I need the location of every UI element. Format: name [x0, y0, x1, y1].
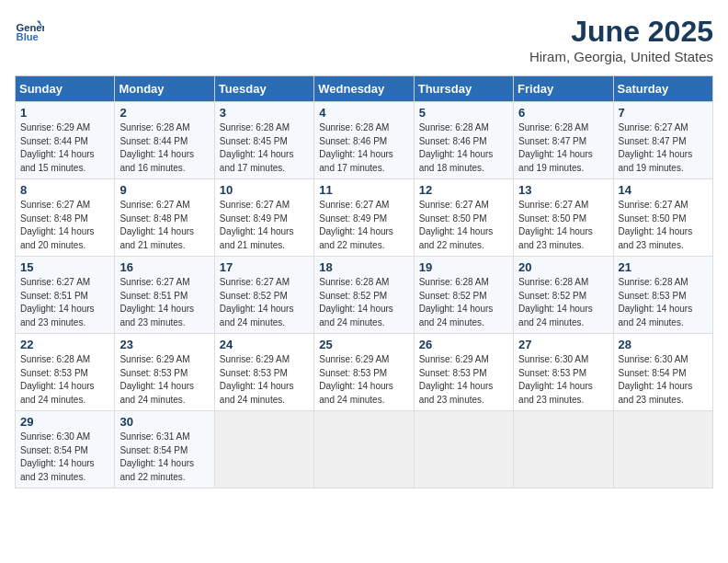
calendar-week-row: 8Sunrise: 6:27 AMSunset: 8:48 PMDaylight… — [16, 179, 713, 257]
day-number: 12 — [419, 183, 508, 197]
day-info: Sunrise: 6:27 AMSunset: 8:49 PMDaylight:… — [319, 200, 393, 250]
day-number: 25 — [319, 338, 408, 351]
day-info: Sunrise: 6:31 AMSunset: 8:54 PMDaylight:… — [119, 431, 194, 482]
calendar-cell: 2Sunrise: 6:28 AMSunset: 8:44 PMDaylight… — [115, 102, 214, 179]
calendar-cell: 17Sunrise: 6:27 AMSunset: 8:52 PMDayligh… — [214, 257, 313, 334]
calendar-cell — [414, 411, 513, 488]
calendar-cell: 19Sunrise: 6:28 AMSunset: 8:52 PMDayligh… — [414, 257, 513, 334]
day-number: 18 — [319, 260, 408, 274]
header-monday: Monday — [115, 76, 214, 102]
calendar-subtitle: Hiram, Georgia, United States — [529, 49, 713, 64]
calendar-cell: 21Sunrise: 6:28 AMSunset: 8:53 PMDayligh… — [613, 257, 712, 334]
day-info: Sunrise: 6:27 AMSunset: 8:50 PMDaylight:… — [419, 200, 494, 250]
day-number: 14 — [619, 183, 708, 197]
calendar-cell: 7Sunrise: 6:27 AMSunset: 8:47 PMDaylight… — [613, 102, 712, 179]
day-info: Sunrise: 6:27 AMSunset: 8:47 PMDaylight:… — [619, 122, 693, 173]
day-info: Sunrise: 6:27 AMSunset: 8:48 PMDaylight:… — [119, 200, 194, 250]
day-number: 4 — [319, 106, 408, 120]
day-number: 1 — [20, 106, 109, 120]
calendar-header-row: Sunday Monday Tuesday Wednesday Thursday… — [16, 76, 713, 102]
calendar-week-row: 1Sunrise: 6:29 AMSunset: 8:44 PMDaylight… — [16, 102, 713, 179]
calendar-title: June 2025 — [529, 15, 713, 49]
day-number: 11 — [319, 183, 408, 197]
day-info: Sunrise: 6:29 AMSunset: 8:53 PMDaylight:… — [119, 354, 194, 405]
calendar-cell: 29Sunrise: 6:30 AMSunset: 8:54 PMDayligh… — [16, 411, 115, 488]
svg-text:Blue: Blue — [17, 31, 39, 42]
calendar-cell: 27Sunrise: 6:30 AMSunset: 8:53 PMDayligh… — [514, 334, 613, 411]
calendar-cell: 14Sunrise: 6:27 AMSunset: 8:50 PMDayligh… — [613, 179, 712, 257]
calendar-cell: 12Sunrise: 6:27 AMSunset: 8:50 PMDayligh… — [414, 179, 513, 257]
calendar-cell: 11Sunrise: 6:27 AMSunset: 8:49 PMDayligh… — [314, 179, 414, 257]
day-number: 16 — [119, 260, 209, 274]
header-saturday: Saturday — [613, 76, 712, 102]
calendar-cell — [514, 411, 613, 488]
day-info: Sunrise: 6:27 AMSunset: 8:49 PMDaylight:… — [220, 200, 294, 250]
day-number: 23 — [119, 338, 209, 351]
day-info: Sunrise: 6:27 AMSunset: 8:51 PMDaylight:… — [20, 277, 95, 327]
day-info: Sunrise: 6:27 AMSunset: 8:50 PMDaylight:… — [619, 200, 693, 250]
day-number: 24 — [220, 338, 309, 351]
day-info: Sunrise: 6:30 AMSunset: 8:53 PMDaylight:… — [518, 354, 593, 405]
calendar-cell: 16Sunrise: 6:27 AMSunset: 8:51 PMDayligh… — [115, 257, 214, 334]
day-number: 7 — [619, 106, 708, 120]
calendar-cell: 20Sunrise: 6:28 AMSunset: 8:52 PMDayligh… — [514, 257, 613, 334]
day-info: Sunrise: 6:27 AMSunset: 8:48 PMDaylight:… — [20, 200, 95, 250]
day-number: 26 — [419, 338, 508, 351]
header-friday: Friday — [514, 76, 613, 102]
title-area: June 2025 Hiram, Georgia, United States — [529, 15, 713, 64]
header-wednesday: Wednesday — [314, 76, 414, 102]
header-thursday: Thursday — [414, 76, 513, 102]
calendar-cell: 25Sunrise: 6:29 AMSunset: 8:53 PMDayligh… — [314, 334, 414, 411]
day-info: Sunrise: 6:28 AMSunset: 8:52 PMDaylight:… — [319, 277, 393, 327]
day-info: Sunrise: 6:28 AMSunset: 8:46 PMDaylight:… — [419, 122, 494, 173]
day-number: 13 — [518, 183, 608, 197]
day-info: Sunrise: 6:28 AMSunset: 8:44 PMDaylight:… — [119, 122, 194, 173]
calendar-cell — [613, 411, 712, 488]
calendar-cell: 3Sunrise: 6:28 AMSunset: 8:45 PMDaylight… — [214, 102, 313, 179]
day-info: Sunrise: 6:28 AMSunset: 8:52 PMDaylight:… — [518, 277, 593, 327]
calendar-cell: 24Sunrise: 6:29 AMSunset: 8:53 PMDayligh… — [214, 334, 313, 411]
day-info: Sunrise: 6:29 AMSunset: 8:53 PMDaylight:… — [220, 354, 294, 405]
day-number: 3 — [220, 106, 309, 120]
day-number: 19 — [419, 260, 508, 274]
calendar-cell: 26Sunrise: 6:29 AMSunset: 8:53 PMDayligh… — [414, 334, 513, 411]
day-info: Sunrise: 6:29 AMSunset: 8:53 PMDaylight:… — [319, 354, 393, 405]
day-number: 29 — [20, 415, 109, 429]
calendar-cell: 30Sunrise: 6:31 AMSunset: 8:54 PMDayligh… — [115, 411, 214, 488]
calendar-week-row: 15Sunrise: 6:27 AMSunset: 8:51 PMDayligh… — [16, 257, 713, 334]
day-info: Sunrise: 6:27 AMSunset: 8:50 PMDaylight:… — [518, 200, 593, 250]
day-number: 9 — [119, 183, 209, 197]
calendar-cell: 4Sunrise: 6:28 AMSunset: 8:46 PMDaylight… — [314, 102, 414, 179]
day-info: Sunrise: 6:30 AMSunset: 8:54 PMDaylight:… — [619, 354, 693, 405]
calendar-cell: 9Sunrise: 6:27 AMSunset: 8:48 PMDaylight… — [115, 179, 214, 257]
calendar-cell: 13Sunrise: 6:27 AMSunset: 8:50 PMDayligh… — [514, 179, 613, 257]
calendar-table: Sunday Monday Tuesday Wednesday Thursday… — [15, 75, 713, 488]
calendar-cell: 8Sunrise: 6:27 AMSunset: 8:48 PMDaylight… — [16, 179, 115, 257]
calendar-cell: 15Sunrise: 6:27 AMSunset: 8:51 PMDayligh… — [16, 257, 115, 334]
calendar-cell: 6Sunrise: 6:28 AMSunset: 8:47 PMDaylight… — [514, 102, 613, 179]
day-number: 22 — [20, 338, 109, 351]
calendar-week-row: 29Sunrise: 6:30 AMSunset: 8:54 PMDayligh… — [16, 411, 713, 488]
day-info: Sunrise: 6:30 AMSunset: 8:54 PMDaylight:… — [20, 431, 95, 482]
day-info: Sunrise: 6:29 AMSunset: 8:53 PMDaylight:… — [419, 354, 494, 405]
day-number: 5 — [419, 106, 508, 120]
day-number: 21 — [619, 260, 708, 274]
day-info: Sunrise: 6:28 AMSunset: 8:53 PMDaylight:… — [619, 277, 693, 327]
day-number: 17 — [220, 260, 309, 274]
day-number: 6 — [518, 106, 608, 120]
day-info: Sunrise: 6:27 AMSunset: 8:51 PMDaylight:… — [119, 277, 194, 327]
calendar-cell: 10Sunrise: 6:27 AMSunset: 8:49 PMDayligh… — [214, 179, 313, 257]
day-info: Sunrise: 6:28 AMSunset: 8:45 PMDaylight:… — [220, 122, 294, 173]
page-header: General Blue June 2025 Hiram, Georgia, U… — [15, 15, 713, 64]
calendar-cell: 5Sunrise: 6:28 AMSunset: 8:46 PMDaylight… — [414, 102, 513, 179]
calendar-cell: 18Sunrise: 6:28 AMSunset: 8:52 PMDayligh… — [314, 257, 414, 334]
calendar-cell: 22Sunrise: 6:28 AMSunset: 8:53 PMDayligh… — [16, 334, 115, 411]
day-number: 10 — [220, 183, 309, 197]
calendar-cell — [314, 411, 414, 488]
day-number: 20 — [518, 260, 608, 274]
logo-icon: General Blue — [15, 15, 44, 44]
calendar-cell: 1Sunrise: 6:29 AMSunset: 8:44 PMDaylight… — [16, 102, 115, 179]
header-tuesday: Tuesday — [214, 76, 313, 102]
day-info: Sunrise: 6:28 AMSunset: 8:52 PMDaylight:… — [419, 277, 494, 327]
day-number: 8 — [20, 183, 109, 197]
